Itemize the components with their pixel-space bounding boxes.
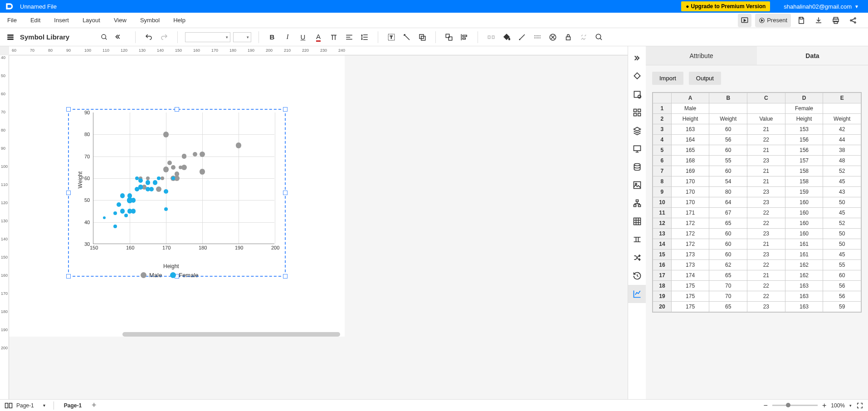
svg-rect-30 — [634, 146, 640, 151]
menu-file[interactable]: File — [7, 17, 17, 24]
x-axis-label: Height — [163, 263, 179, 269]
horizontal-scrollbar[interactable] — [122, 332, 340, 337]
print-icon[interactable] — [829, 14, 843, 27]
crop-icon[interactable] — [547, 31, 559, 43]
fill-icon[interactable] — [501, 31, 512, 43]
svg-rect-9 — [7, 34, 14, 36]
bold-icon[interactable]: B — [266, 31, 278, 43]
library-icon — [6, 33, 15, 41]
effects-icon[interactable] — [628, 85, 646, 103]
align-objects-icon[interactable] — [458, 31, 470, 43]
table-icon[interactable] — [628, 212, 646, 230]
resize-handle[interactable] — [283, 274, 288, 279]
panel-tabs: Attribute Data — [646, 46, 868, 65]
svg-rect-10 — [7, 36, 14, 38]
collapse-icon[interactable] — [114, 34, 121, 41]
plot-area — [93, 113, 274, 244]
font-color-icon[interactable]: A — [312, 31, 324, 43]
presentation-icon[interactable] — [628, 140, 646, 158]
italic-icon[interactable]: I — [282, 31, 293, 43]
resize-handle[interactable] — [283, 191, 288, 195]
spacing-tool-icon[interactable] — [628, 230, 646, 249]
resize-handle[interactable] — [66, 107, 71, 112]
shuffle-icon[interactable] — [628, 249, 646, 267]
search-icon[interactable] — [101, 34, 108, 41]
align-icon[interactable] — [343, 31, 355, 43]
svg-rect-32 — [634, 182, 640, 189]
menu-insert[interactable]: Insert — [54, 17, 69, 24]
page-select[interactable]: Page-1▾ — [13, 401, 49, 411]
canvas[interactable]: Weight 30405060708090 150160170180190200… — [9, 55, 628, 399]
chart-legend: Male Female — [141, 272, 199, 279]
pages-icon[interactable] — [5, 402, 13, 409]
connector-icon[interactable] — [401, 31, 413, 43]
download-icon[interactable] — [812, 14, 825, 27]
resize-handle[interactable] — [175, 107, 179, 112]
settings-icon[interactable] — [578, 31, 590, 43]
data-grid[interactable]: ABCDE1MaleFemale2HeightWeightValueHeight… — [652, 92, 862, 313]
fullscreen-icon[interactable] — [856, 402, 863, 409]
file-title[interactable]: Unnamed File — [20, 3, 681, 10]
menu-view[interactable]: View — [114, 17, 127, 24]
share-icon[interactable] — [846, 14, 860, 27]
underline-icon[interactable]: U — [297, 31, 309, 43]
tab-data[interactable]: Data — [757, 46, 868, 65]
svg-rect-37 — [634, 218, 640, 225]
paint-icon[interactable] — [628, 67, 646, 85]
workspace: 6070809010011012013014015016017018019020… — [0, 46, 868, 399]
save-icon[interactable] — [795, 14, 808, 27]
find-icon[interactable] — [593, 31, 605, 43]
tab-attribute[interactable]: Attribute — [646, 46, 757, 65]
zoom-out-icon[interactable]: − — [764, 401, 768, 410]
image-icon[interactable] — [628, 176, 646, 194]
resize-handle[interactable] — [66, 191, 71, 195]
chart-icon[interactable] — [628, 285, 646, 303]
lock-icon[interactable] — [562, 31, 574, 43]
account-menu[interactable]: shahalinah02@gmail.com▼ — [784, 3, 859, 10]
resize-handle[interactable] — [66, 274, 71, 279]
import-button[interactable]: Import — [652, 72, 683, 85]
redo-icon[interactable] — [158, 31, 170, 43]
expand-icon[interactable] — [628, 49, 646, 67]
menu-help[interactable]: Help — [173, 17, 185, 24]
present-button[interactable]: Present — [755, 14, 791, 27]
shadow-icon[interactable] — [516, 31, 528, 43]
line-spacing-icon[interactable] — [359, 31, 371, 43]
text-tool-icon[interactable]: T — [385, 31, 397, 43]
slideshow-icon[interactable] — [738, 14, 751, 27]
svg-rect-26 — [634, 109, 636, 112]
font-size-select[interactable] — [233, 32, 251, 42]
add-page-icon[interactable]: + — [92, 401, 97, 410]
upgrade-button[interactable]: ●Upgrade to Premium Version — [681, 1, 770, 11]
svg-rect-39 — [10, 403, 12, 408]
svg-rect-35 — [634, 205, 636, 206]
svg-rect-28 — [634, 113, 636, 116]
shape-icon[interactable] — [416, 31, 428, 43]
svg-rect-34 — [636, 200, 638, 202]
svg-rect-24 — [634, 91, 640, 97]
scatter-chart[interactable]: Weight 30405060708090 150160170180190200… — [77, 113, 277, 276]
menu-symbol[interactable]: Symbol — [140, 17, 160, 24]
font-name-select[interactable] — [185, 32, 230, 42]
output-button[interactable]: Output — [689, 72, 721, 85]
symbol-library-title: Symbol Library — [20, 33, 69, 41]
distribute-icon[interactable] — [485, 31, 497, 43]
menu-edit[interactable]: Edit — [30, 17, 40, 24]
page[interactable]: Weight 30405060708090 150160170180190200… — [9, 55, 345, 337]
page-tab[interactable]: Page-1 — [59, 401, 87, 411]
zoom-slider[interactable] — [772, 405, 818, 406]
svg-rect-29 — [638, 113, 640, 116]
layers-icon[interactable] — [628, 122, 646, 140]
resize-handle[interactable] — [283, 107, 288, 112]
group-icon[interactable] — [443, 31, 455, 43]
zoom-in-icon[interactable]: + — [822, 401, 826, 410]
text-format-icon[interactable] — [328, 31, 340, 43]
line-style-icon[interactable] — [532, 31, 543, 43]
hierarchy-icon[interactable] — [628, 194, 646, 212]
apps-icon[interactable] — [628, 103, 646, 122]
history-icon[interactable] — [628, 267, 646, 285]
database-icon[interactable] — [628, 158, 646, 176]
menu-layout[interactable]: Layout — [83, 17, 100, 24]
undo-icon[interactable] — [143, 31, 155, 43]
zoom-level[interactable]: 100% — [831, 402, 845, 409]
